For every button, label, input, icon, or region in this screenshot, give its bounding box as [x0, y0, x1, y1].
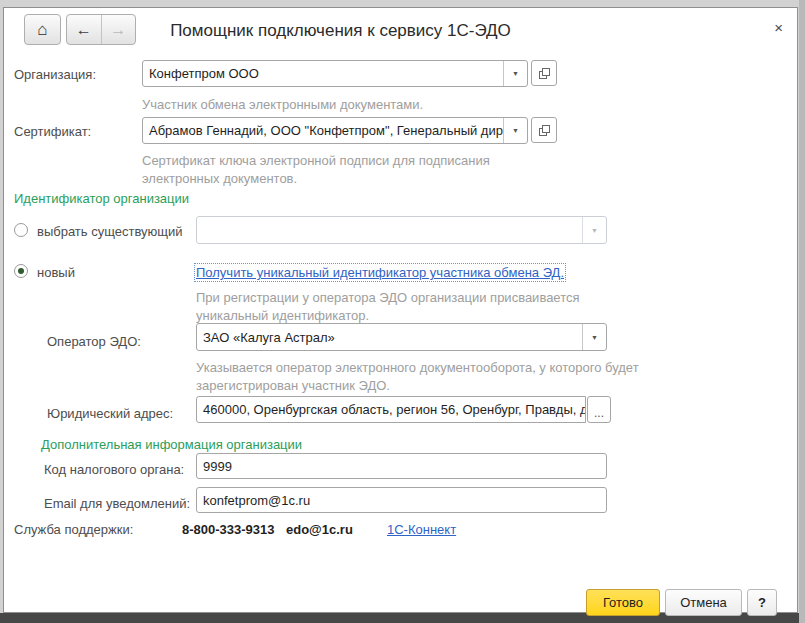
help-button[interactable]: ? [747, 589, 777, 616]
choose-from-list-icon [538, 67, 551, 80]
certificate-dropdown-button[interactable]: ▼ [503, 118, 527, 143]
home-button[interactable]: ⌂ [24, 14, 61, 45]
organization-choose-button[interactable] [531, 60, 557, 86]
organization-label: Организация: [14, 67, 96, 82]
radio-existing-label[interactable]: выбрать существующий [37, 224, 183, 239]
legal-address-label: Юридический адрес: [47, 406, 173, 421]
email-value[interactable]: konfetprom@1c.ru [197, 488, 606, 512]
ellipsis-icon: ... [594, 409, 604, 417]
desktop-background: ⌂ ← → Помощник подключения к сервису 1С-… [0, 0, 805, 623]
cancel-button[interactable]: Отмена [665, 589, 742, 616]
existing-identifier-dropdown-button: ▼ [582, 217, 606, 243]
edo-operator-hint: Указывается оператор электронного докуме… [196, 359, 641, 395]
support-label: Служба поддержки: [14, 522, 133, 537]
support-1c-connect-link[interactable]: 1С-Коннект [387, 522, 456, 537]
get-identifier-link[interactable]: Получить уникальный идентификатор участн… [196, 265, 564, 280]
organization-value[interactable]: Конфетпром ООО [143, 61, 503, 86]
edo-operator-label: Оператор ЭДО: [47, 334, 141, 349]
certificate-combobox[interactable]: Абрамов Геннадий, ООО "Конфетпром", Гене… [142, 117, 528, 144]
close-button[interactable]: × [774, 19, 783, 36]
organization-combobox[interactable]: Конфетпром ООО ▼ [142, 60, 528, 87]
done-button[interactable]: Готово [586, 589, 660, 616]
support-email: edo@1c.ru [286, 522, 353, 537]
home-icon: ⌂ [37, 20, 47, 40]
edo-operator-dropdown-button[interactable]: ▼ [582, 324, 606, 350]
certificate-choose-button[interactable] [531, 117, 557, 143]
identifier-section-header: Идентификатор организации [14, 191, 189, 206]
window-frame-right [799, 0, 805, 623]
chevron-down-icon: ▼ [512, 70, 519, 77]
edo-operator-combobox[interactable]: ЗАО «Калуга Астрал» ▼ [196, 323, 607, 351]
tax-code-label: Код налогового органа: [44, 462, 184, 477]
existing-identifier-combobox: ▼ [196, 216, 607, 244]
certificate-label: Сертификат: [14, 124, 91, 139]
existing-identifier-value [197, 217, 582, 243]
edo-assistant-window: ⌂ ← → Помощник подключения к сервису 1С-… [3, 7, 798, 613]
legal-address-value[interactable]: 460000, Оренбургская область, регион 56,… [197, 397, 585, 422]
tax-code-input[interactable]: 9999 [196, 453, 607, 479]
email-input[interactable]: konfetprom@1c.ru [196, 487, 607, 513]
registration-hint: При регистрации у оператора ЭДО организа… [196, 289, 641, 325]
support-phone: 8-800-333-9313 [182, 522, 275, 537]
organization-dropdown-button[interactable]: ▼ [503, 61, 527, 86]
legal-address-more-button[interactable]: ... [587, 396, 611, 423]
organization-hint: Участник обмена электронными документами… [142, 96, 423, 114]
radio-new-identifier[interactable] [14, 264, 28, 278]
chevron-down-icon: ▼ [591, 227, 598, 234]
dialog-title: Помощник подключения к сервису 1С-ЭДО [64, 21, 617, 41]
edo-operator-value[interactable]: ЗАО «Калуга Астрал» [197, 324, 582, 350]
chevron-down-icon: ▼ [591, 334, 598, 341]
email-label: Email для уведомлений: [44, 496, 190, 511]
radio-new-label[interactable]: новый [37, 265, 75, 280]
radio-existing-identifier[interactable] [14, 223, 28, 237]
tax-code-value[interactable]: 9999 [197, 454, 606, 478]
certificate-hint: Сертификат ключа электронной подписи для… [142, 152, 562, 188]
help-icon: ? [758, 595, 766, 610]
certificate-value[interactable]: Абрамов Геннадий, ООО "Конфетпром", Гене… [143, 118, 503, 143]
choose-from-list-icon [538, 124, 551, 137]
legal-address-input[interactable]: 460000, Оренбургская область, регион 56,… [196, 396, 586, 423]
chevron-down-icon: ▼ [512, 127, 519, 134]
additional-info-header: Дополнительная информация организации [41, 437, 302, 452]
